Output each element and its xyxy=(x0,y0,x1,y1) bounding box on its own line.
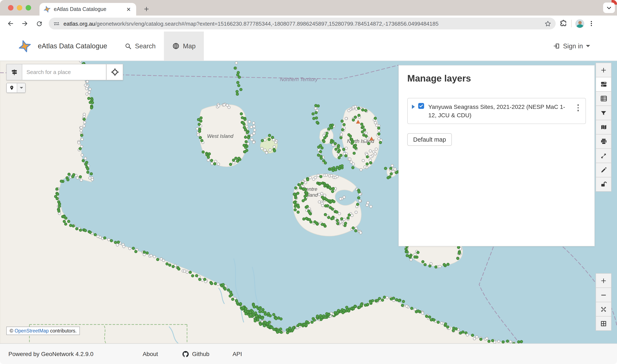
github-icon xyxy=(182,350,189,357)
annotation-tool xyxy=(6,83,26,93)
footer-link-about[interactable]: About xyxy=(143,351,158,357)
eatlas-favicon-star-icon xyxy=(44,6,51,13)
pin-tool-dropdown[interactable] xyxy=(17,83,25,92)
manage-layers-button[interactable] xyxy=(596,77,612,92)
tab-search[interactable]: Search xyxy=(116,31,164,61)
pencil-icon xyxy=(600,167,607,173)
unlock-icon xyxy=(600,181,607,188)
gazetteer-button[interactable] xyxy=(6,64,22,80)
tab-list-chevron-button[interactable] xyxy=(603,2,615,13)
filter-funnel-icon xyxy=(600,109,607,116)
minimize-window-button[interactable] xyxy=(17,5,22,11)
browser-window: eAtlas Data Catalogue ✕ eatlas.org.au/ge… xyxy=(0,0,617,364)
tab-map[interactable]: Map xyxy=(164,31,204,61)
footer-link-api[interactable]: API xyxy=(232,351,242,357)
map-pin-icon xyxy=(9,85,14,91)
footer-link-github[interactable]: Github xyxy=(192,351,209,357)
globe-icon xyxy=(172,42,180,50)
default-map-button[interactable]: Default map xyxy=(407,133,452,146)
chevron-down-icon xyxy=(586,45,590,47)
zoom-extent-button[interactable] xyxy=(596,302,612,316)
panel-title: Manage layers xyxy=(407,73,586,84)
chevron-down-icon xyxy=(606,5,612,10)
label-northern-territory: Northern Territory xyxy=(280,77,318,82)
browser-toolbar: eatlas.org.au/geonetwork/srv/eng/catalog… xyxy=(0,15,617,32)
crosshair-icon xyxy=(111,68,119,76)
measure-button[interactable] xyxy=(596,148,612,163)
app-footer: Powered by GeoNetwork 4.2.9.0 About Gith… xyxy=(0,343,617,364)
sign-in-icon xyxy=(553,42,560,50)
layer-name: Yanyuwa Seagrass Sites, 2021-2022 (NESP … xyxy=(428,103,570,119)
extensions-icon[interactable] xyxy=(560,20,567,27)
check-icon xyxy=(419,104,423,108)
reload-button[interactable] xyxy=(33,18,45,29)
nav-map-label: Map xyxy=(183,42,195,50)
zoom-in-button[interactable] xyxy=(596,273,612,288)
basemap-button[interactable] xyxy=(596,120,612,134)
browser-tab[interactable]: eAtlas Data Catalogue ✕ xyxy=(39,3,136,15)
new-tab-button[interactable] xyxy=(140,3,152,15)
maximize-window-button[interactable] xyxy=(26,5,31,11)
nav-search-label: Search xyxy=(135,42,155,50)
bookmark-star-icon[interactable] xyxy=(544,20,552,27)
zoom-out-button[interactable] xyxy=(596,287,612,302)
filter-button[interactable] xyxy=(596,105,612,120)
url-bar[interactable]: eatlas.org.au/geonetwork/srv/eng/catalog… xyxy=(49,18,556,29)
window-controls xyxy=(0,0,31,15)
geolocate-button[interactable] xyxy=(106,64,123,80)
label-west-island: West Island xyxy=(207,133,234,139)
folded-map-icon xyxy=(600,124,607,131)
pin-tool-button[interactable] xyxy=(7,83,17,92)
map-search-input[interactable] xyxy=(22,64,106,80)
layer-menu-kebab-icon[interactable] xyxy=(575,103,581,113)
expand-arrows-icon xyxy=(600,306,607,312)
projection-lock-button[interactable] xyxy=(596,177,612,192)
manage-layers-panel: Manage layers Yanyuwa Seagrass Sites, 20… xyxy=(398,65,595,246)
signpost-icon xyxy=(11,68,18,76)
forward-button[interactable] xyxy=(19,18,31,29)
eatlas-logo-star-icon xyxy=(18,40,31,52)
tab-title: eAtlas Data Catalogue xyxy=(54,6,125,12)
layers-icon xyxy=(600,81,607,88)
powered-by-text: Powered by GeoNetwork 4.2.9.0 xyxy=(8,351,93,357)
eatlas-brand[interactable]: eAtlas Data Catalogue xyxy=(18,40,107,52)
map-attribution: © OpenStreetMap contributors. xyxy=(6,326,80,335)
map-search-widget xyxy=(6,64,123,80)
brand-title: eAtlas Data Catalogue xyxy=(38,42,107,50)
tab-close-icon[interactable]: ✕ xyxy=(125,6,132,13)
layer-expand-caret-icon[interactable] xyxy=(412,105,415,109)
close-window-button[interactable] xyxy=(8,5,13,11)
browser-actions xyxy=(560,19,595,28)
expand-diagonal-icon xyxy=(600,152,607,159)
sign-in-label: Sign in xyxy=(563,42,583,50)
sign-in-button[interactable]: Sign in xyxy=(553,42,590,50)
chevron-down-icon xyxy=(20,87,23,89)
attribute-table-button[interactable] xyxy=(596,91,612,106)
browser-menu-kebab-icon[interactable] xyxy=(588,20,595,27)
app-header: eAtlas Data Catalogue Search Map Sign in xyxy=(0,32,617,61)
back-button[interactable] xyxy=(5,18,16,29)
draw-button[interactable] xyxy=(596,163,612,177)
profile-avatar[interactable] xyxy=(575,19,584,28)
printer-icon xyxy=(600,138,607,145)
map-canvas[interactable]: Northern Territory West Island Centre Is… xyxy=(0,61,617,343)
grid-overview-button[interactable] xyxy=(596,316,612,331)
layer-card[interactable]: Yanyuwa Seagrass Sites, 2021-2022 (NESP … xyxy=(407,98,586,124)
tab-strip: eAtlas Data Catalogue ✕ xyxy=(0,0,617,15)
url-text: eatlas.org.au/geonetwork/srv/eng/catalog… xyxy=(64,20,544,27)
site-info-icon[interactable] xyxy=(53,20,60,27)
layer-visibility-checkbox[interactable] xyxy=(418,103,424,109)
table-icon xyxy=(600,95,607,102)
toolbar-divider xyxy=(571,20,572,27)
zoom-controls xyxy=(596,274,612,331)
print-button[interactable] xyxy=(596,134,612,149)
grid-icon xyxy=(600,320,607,327)
map-tools-toolbar xyxy=(596,63,612,192)
openstreetmap-link[interactable]: OpenStreetMap xyxy=(14,328,49,333)
search-icon xyxy=(125,43,131,49)
add-layer-button[interactable] xyxy=(596,63,612,77)
